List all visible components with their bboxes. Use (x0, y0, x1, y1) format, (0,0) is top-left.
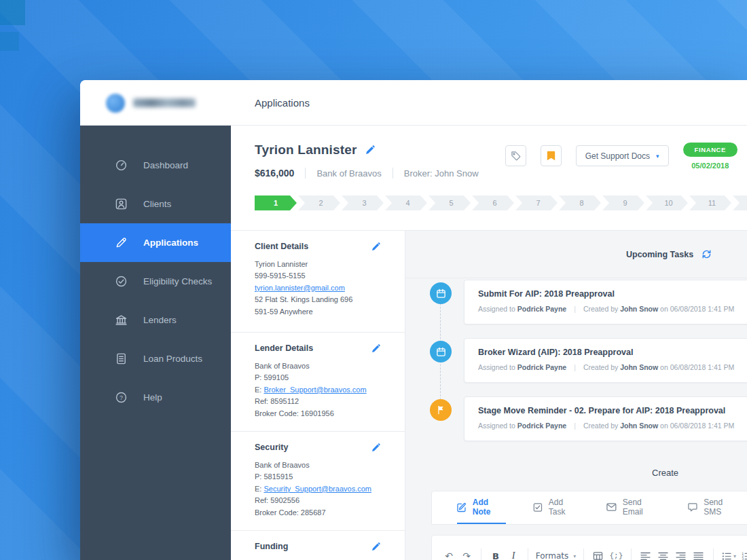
divider (393, 168, 393, 179)
chevron-down-icon: ▾ (656, 153, 659, 160)
numbered-list-icon: 123 (742, 552, 747, 560)
security-ref: Ref: 5902556 (255, 495, 391, 506)
stepper-step-3[interactable]: 3 (342, 195, 384, 210)
get-support-docs-button[interactable]: Get Support Docs ▾ (576, 145, 669, 166)
align-justify-button[interactable] (690, 547, 708, 560)
lender-details-card: Lender Details Bank of Braavos P: 599105… (231, 333, 405, 432)
stepper-step-5[interactable]: 5 (429, 195, 471, 210)
client-header: Tyrion Lannister $616,000 Bank of Braavo… (231, 126, 747, 231)
stepper-step-2[interactable]: 2 (298, 195, 340, 210)
stepper-step-9[interactable]: 9 (602, 195, 644, 210)
creator-name: John Snow (620, 363, 658, 371)
broker-name: Broker: John Snow (404, 168, 479, 179)
flag-icon (430, 399, 452, 421)
task-card[interactable]: Broker Wizard (AIP): 2018 Preapproval As… (464, 338, 747, 383)
tag-button[interactable] (505, 145, 526, 166)
redo-button[interactable]: ↷ (458, 547, 475, 560)
sidebar-item-applications[interactable]: Applications (80, 223, 231, 262)
task-title: Stage Move Reminder - 02. Prepare for AI… (478, 406, 747, 415)
sidebar-item-label: Loan Products (143, 354, 202, 364)
stepper-step-7[interactable]: 7 (515, 195, 558, 210)
sidebar-item-lenders[interactable]: Lenders (80, 301, 231, 339)
insert-table-button[interactable] (589, 547, 607, 560)
edit-client-details-icon[interactable] (371, 242, 380, 251)
undo-button[interactable]: ↶ (440, 547, 458, 560)
status-badge: FINANCE (683, 143, 737, 157)
bold-button[interactable]: B (487, 547, 505, 560)
stepper-step-12[interactable]: 12 (733, 195, 747, 210)
security-email-link[interactable]: Security_Support@braavos.com (263, 485, 371, 493)
client-detail-name: Tyrion Lannister (255, 259, 391, 270)
details-panel: Client Details Tyrion Lannister 599-5915… (231, 231, 405, 560)
assignee-name: Podrick Payne (517, 305, 566, 313)
create-tabs: Add Note Add Task Send Email Send SMS (431, 491, 747, 525)
sidebar-item-eligibility-checks[interactable]: Eligibility Checks (80, 262, 231, 301)
email-icon (606, 502, 617, 512)
align-left-button[interactable] (637, 547, 655, 560)
stepper-step-4[interactable]: 4 (385, 195, 427, 210)
sidebar-item-label: Help (143, 392, 162, 403)
stepper-step-11[interactable]: 11 (689, 195, 731, 210)
create-heading: Create (652, 468, 678, 478)
email-prefix: E: (255, 485, 263, 493)
toolbar-divider (713, 548, 714, 560)
background-decor-square (0, 32, 19, 51)
task-card[interactable]: Submit For AIP: 2018 Preapproval Assigne… (464, 280, 747, 324)
sidebar-item-help[interactable]: ? Help (80, 378, 231, 417)
code-sample-button[interactable]: {;} (607, 547, 625, 560)
italic-button[interactable]: I (505, 547, 522, 560)
client-email-link[interactable]: tyrion.lannister@gmail.com (255, 284, 345, 292)
card-title: Lender Details (255, 343, 313, 353)
chevron-down-icon: ▾ (733, 553, 736, 559)
align-center-icon (658, 552, 668, 560)
edit-security-icon[interactable] (371, 443, 380, 452)
align-right-icon (676, 552, 686, 560)
align-left-icon (640, 552, 651, 560)
numbered-list-button[interactable]: 123 ▾ (739, 547, 747, 560)
tab-send-sms[interactable]: Send SMS (688, 491, 740, 524)
stepper-step-10[interactable]: 10 (646, 195, 688, 210)
stepper-step-6[interactable]: 6 (472, 195, 514, 210)
sidebar-item-loan-products[interactable]: Loan Products (80, 339, 231, 378)
stepper-step-1[interactable]: 1 (255, 195, 297, 210)
creator-name: John Snow (620, 422, 658, 430)
lender-ref: Ref: 8595112 (255, 396, 391, 407)
tab-add-note[interactable]: Add Note (457, 491, 506, 524)
client-name: Tyrion Lannister (255, 143, 357, 157)
stepper-step-8[interactable]: 8 (559, 195, 601, 210)
edit-lender-details-icon[interactable] (371, 344, 380, 353)
task-meta: Assigned to Podrick Payne | Created by J… (478, 422, 747, 430)
funding-card: Funding (231, 531, 405, 560)
tab-add-task[interactable]: Add Task (533, 491, 579, 524)
toolbar-divider (631, 548, 632, 560)
sidebar-item-clients[interactable]: Clients (80, 185, 231, 223)
task-meta: Assigned to Podrick Payne | Created by J… (478, 305, 747, 313)
align-right-button[interactable] (672, 547, 690, 560)
tag-icon (511, 151, 521, 161)
tab-send-email[interactable]: Send Email (606, 491, 661, 524)
edit-funding-icon[interactable] (371, 542, 380, 551)
edit-client-name-icon[interactable] (365, 145, 375, 155)
assignee-name: Podrick Payne (517, 363, 566, 371)
app-window: Applications Dashboard Clients Applicati… (80, 80, 747, 560)
bullet-list-button[interactable]: ▾ (719, 547, 739, 560)
align-justify-icon (693, 552, 704, 560)
finance-status: FINANCE 05/02/2018 (683, 143, 737, 170)
formats-dropdown[interactable]: Formats ▾ (534, 547, 578, 560)
lender-email-link[interactable]: Broker_Support@braavos.com (263, 386, 366, 394)
app-logo (80, 80, 231, 126)
divider (305, 168, 306, 179)
email-prefix: E: (255, 386, 263, 394)
task-card[interactable]: Stage Move Reminder - 02. Prepare for AI… (464, 396, 747, 441)
tab-label: Add Note (473, 498, 506, 517)
security-card: Security Bank of Braavos P: 5815915 E: S… (231, 432, 405, 531)
card-title: Client Details (255, 242, 308, 251)
svg-text:?: ? (119, 394, 122, 401)
align-center-button[interactable] (655, 547, 672, 560)
lender-name: Bank of Braavos (255, 360, 391, 372)
sidebar-item-dashboard[interactable]: Dashboard (80, 146, 231, 185)
sidebar-item-label: Eligibility Checks (143, 276, 212, 286)
refresh-icon[interactable] (702, 249, 712, 259)
bookmark-button[interactable] (541, 145, 562, 166)
toolbar-divider (528, 548, 528, 560)
